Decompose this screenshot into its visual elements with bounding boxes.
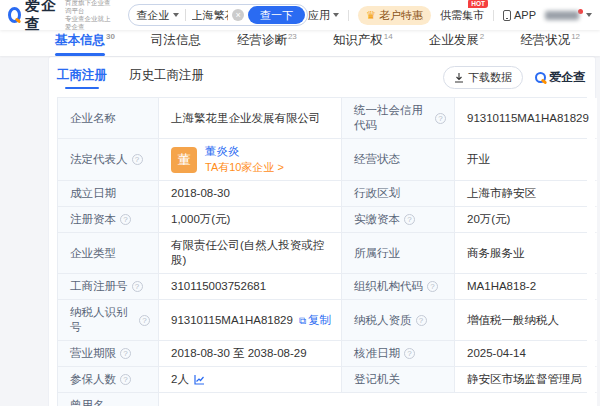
tab-business-diagnosis[interactable]: 经营诊断23 (237, 32, 297, 56)
legal-rep-name-link[interactable]: 董炎炎 (205, 144, 284, 159)
download-label: 下载数据 (468, 70, 512, 85)
crown-icon: ♛ (366, 9, 376, 22)
help-icon[interactable]: ? (132, 281, 143, 292)
chevron-down-icon (333, 13, 339, 17)
label-insured-count: 参保人数? (58, 367, 158, 392)
chevron-down-icon (173, 13, 179, 17)
help-icon[interactable]: ? (404, 214, 415, 225)
trend-chart-icon[interactable] (194, 374, 205, 385)
aiqicha-logo[interactable]: 爱企查 (8, 0, 59, 34)
label-approval-date: 核准日期? (342, 341, 454, 366)
value-insured-count: 2人 (159, 367, 341, 392)
tab-operating-status[interactable]: 经营状况12 (520, 32, 580, 56)
tab-count: 2 (480, 32, 484, 41)
aiqicha-logo-icon (8, 7, 21, 23)
label-registration-number: 工商注册号? (58, 274, 158, 299)
nav-app[interactable]: APP (503, 9, 536, 21)
label-company-type: 企业类型 (58, 233, 158, 273)
top-header: 爱企查 百度旗下企业查询平台 专业查企业就上爱企查 查企业 × 查一下 应用 ♛… (0, 0, 600, 30)
tab-intellectual-property[interactable]: 知识产权14 (333, 32, 393, 56)
help-icon[interactable]: ? (404, 348, 415, 359)
download-data-button[interactable]: 下载数据 (443, 66, 523, 89)
value-credit-code: 91310115MA1HA81829 (455, 98, 597, 138)
help-icon[interactable]: ? (139, 315, 150, 326)
business-registration-card: 工商注册 历史工商注册 下载数据 爱企查 企业名称 上海繁花里企业发展有限公司 … (48, 56, 596, 406)
help-icon[interactable]: ? (120, 374, 131, 385)
legal-rep-avatar[interactable]: 董 (171, 147, 197, 173)
label-establish-date: 成立日期 (58, 181, 158, 206)
hot-badge: HOT (468, 0, 488, 8)
value-approval-date: 2025-04-14 (455, 341, 597, 366)
tagline-line1: 百度旗下企业查询平台 (65, 0, 114, 15)
search-bar: 查企业 × 查一下 (128, 4, 309, 26)
label-paid-capital: 实缴资本? (342, 207, 454, 232)
value-registration-number: 310115003752681 (159, 274, 341, 299)
value-industry: 商务服务业 (455, 233, 597, 273)
help-icon[interactable]: ? (120, 348, 131, 359)
label-legal-representative: 法定代表人? (58, 139, 158, 180)
nav-promo[interactable]: ♛ 老户特惠 (358, 6, 431, 25)
label-operating-status: 经营状态 (342, 139, 454, 180)
value-org-code: MA1HA818-2 (455, 274, 597, 299)
nav-app-label: APP (514, 9, 536, 21)
nav-apps[interactable]: 应用 (308, 8, 339, 23)
value-establish-date: 2018-08-30 (159, 181, 341, 206)
label-registry-authority: 登记机关 (342, 367, 454, 392)
value-registered-capital: 1,000万(元) (159, 207, 341, 232)
content-area: 工商注册 历史工商注册 下载数据 爱企查 企业名称 上海繁花里企业发展有限公司 … (0, 56, 600, 406)
tab-count: 23 (288, 32, 297, 41)
nav-market-label: 供需集市 (440, 8, 484, 23)
value-taxpayer-quality: 增值税一般纳税人 (455, 300, 597, 340)
tab-count: 14 (384, 32, 393, 41)
divider (348, 10, 349, 21)
label-business-term: 营业期限? (58, 341, 158, 366)
legal-rep-companies-link[interactable]: TA有10家企业 > (205, 160, 284, 175)
search-divider (185, 9, 186, 21)
company-info-table: 企业名称 上海繁花里企业发展有限公司 统一社会信用代码? 91310115MA1… (57, 97, 587, 406)
watermark-text: 爱企查 (549, 69, 585, 86)
nav-apps-label: 应用 (308, 8, 330, 23)
search-button[interactable]: 查一下 (248, 6, 305, 24)
label-org-code: 组织机构代码? (342, 274, 454, 299)
value-registry-authority: 静安区市场监督管理局 (455, 367, 597, 392)
help-icon[interactable]: ? (427, 281, 438, 292)
tab-company-development[interactable]: 企业发展2 (429, 32, 484, 56)
label-former-name: 曾用名 (58, 393, 158, 406)
value-paid-capital: 20万(元) (455, 207, 597, 232)
label-company-name: 企业名称 (58, 98, 158, 138)
label-credit-code: 统一社会信用代码? (342, 98, 454, 138)
help-icon[interactable]: ? (416, 315, 427, 326)
help-icon[interactable]: ? (132, 154, 143, 165)
search-category-dropdown[interactable]: 查企业 (137, 8, 179, 23)
value-company-type: 有限责任公司(自然人投资或控股) (159, 233, 341, 273)
tab-basic-info[interactable]: 基本信息30 (55, 32, 115, 56)
nav-promo-label: 老户特惠 (379, 8, 423, 23)
subtab-business-registration[interactable]: 工商注册 (57, 67, 107, 89)
help-icon[interactable]: ? (435, 113, 446, 124)
label-registered-capital: 注册资本? (58, 207, 158, 232)
tagline-line2: 专业查企业就上爱企查 (65, 15, 114, 31)
clear-input-icon[interactable]: × (232, 9, 244, 21)
tab-judicial-info[interactable]: 司法信息 (151, 32, 201, 56)
value-taxpayer-id: 91310115MA1HA81829 ⧉复制 (159, 300, 341, 340)
user-account[interactable] (545, 11, 592, 20)
value-business-term: 2018-08-30 至 2038-08-29 (159, 341, 341, 366)
tab-count: 12 (571, 32, 580, 41)
value-operating-status: 开业 (455, 139, 597, 180)
copy-icon: ⧉ (299, 313, 306, 328)
search-input[interactable] (192, 9, 229, 21)
user-name-blurred (545, 11, 579, 20)
tagline: 百度旗下企业查询平台 专业查企业就上爱企查 (65, 0, 114, 31)
nav-market[interactable]: HOT 供需集市 (440, 8, 484, 23)
value-former-name: - (159, 393, 597, 406)
main-tab-bar: 基本信息30 司法信息 经营诊断23 知识产权14 企业发展2 经营状况12 历… (0, 30, 600, 56)
value-legal-representative: 董 董炎炎 TA有10家企业 > (159, 139, 341, 180)
search-category-label: 查企业 (137, 8, 170, 23)
label-district: 行政区划 (342, 181, 454, 206)
copy-button[interactable]: ⧉复制 (299, 313, 331, 328)
phone-icon (503, 10, 511, 21)
value-company-name: 上海繁花里企业发展有限公司 (159, 98, 341, 138)
help-icon[interactable]: ? (120, 214, 131, 225)
subtab-history-registration[interactable]: 历史工商注册 (129, 67, 204, 89)
aiqicha-watermark: 爱企查 (535, 69, 585, 86)
